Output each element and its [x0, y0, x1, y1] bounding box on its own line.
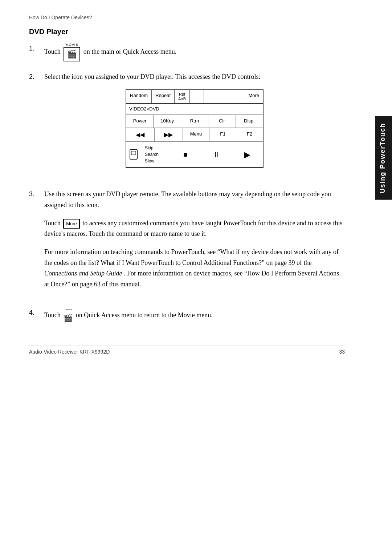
- remote-btn-10key: 10Key: [154, 115, 181, 128]
- remote-btn-power: Power: [126, 115, 154, 128]
- remote-btn-more-top: More: [245, 90, 263, 103]
- remote-row-3: SkipSearchSlow ■ ⏸ ▶: [126, 142, 263, 167]
- movie-icon-box: [64, 47, 80, 61]
- list-item-1: 1. Touch MOVIE on the main or Quick Acce…: [29, 43, 345, 61]
- item3-para3-before: For more information on teaching command…: [44, 248, 339, 266]
- list-item-2: 2. Select the icon you assigned to your …: [29, 72, 345, 179]
- list-item-3: 3. Use this screen as your DVD player re…: [29, 189, 345, 297]
- item3-touch-label: Touch: [44, 219, 61, 227]
- section-title: DVD Player: [29, 28, 345, 36]
- list-number-2: 2.: [29, 72, 39, 82]
- remote-top-bar: Random Repeat RptA>B More: [126, 90, 263, 104]
- item1-text-before: Touch: [44, 48, 61, 55]
- footer-left: Audio-Video Receiver KRF-X9992D: [29, 349, 110, 355]
- remote-btn-blank: [190, 90, 204, 103]
- remote-btn-menu: Menu: [183, 128, 210, 142]
- remote-btn-rtrn: Rtrn: [181, 115, 208, 128]
- remote-row-1: Power 10Key Rtrn Clr Disp.: [126, 115, 263, 128]
- list-content-1: Touch MOVIE on the main or Quick Access …: [44, 43, 345, 61]
- movie-icon-1: MOVIE: [64, 43, 80, 61]
- remote-btn-stop: ■: [170, 142, 201, 167]
- remote-main-panel: SkipSearchSlow ■ ⏸ ▶: [141, 142, 263, 167]
- item4-text-after: on Quick Access menu to return to the Mo…: [76, 311, 213, 318]
- item3-para2: Touch More to access any customized comm…: [44, 218, 345, 239]
- dvd-remote-diagram: Random Repeat RptA>B More VIDEO2>DVD Pow…: [126, 89, 264, 168]
- svg-rect-1: [131, 151, 136, 155]
- remote-btn-f2: F2: [236, 128, 263, 142]
- item3-para2-after: to access any customized commands you ha…: [44, 219, 342, 238]
- list-number-3: 3.: [29, 189, 39, 297]
- remote-label: VIDEO2>DVD: [126, 104, 263, 115]
- remote-row-3-inner: SkipSearchSlow ■ ⏸ ▶: [141, 142, 263, 167]
- more-button-inline[interactable]: More: [63, 219, 80, 229]
- remote-btn-pause: ⏸: [201, 142, 232, 167]
- item2-text: Select the icon you assigned to your DVD…: [44, 73, 261, 80]
- list-number-1: 1.: [29, 43, 39, 54]
- remote-btn-next: ▶▶: [155, 128, 183, 142]
- remote-btn-rpt-ab: RptA>B: [175, 90, 190, 103]
- list-item-4: 4. Touch movie 🎬 on Quick Access menu to…: [29, 307, 345, 324]
- remote-btn-skip-search-slow: SkipSearchSlow: [141, 142, 170, 167]
- remote-btn-clr: Clr: [208, 115, 236, 128]
- remote-btn-repeat: Repeat: [152, 90, 175, 103]
- item1-text-after: on the main or Quick Access menu.: [83, 48, 176, 55]
- footer-right: 33: [339, 349, 345, 355]
- remote-row-2: ◀◀ ▶▶ Menu F1 F2: [126, 128, 263, 142]
- list-number-4: 4.: [29, 307, 39, 318]
- item3-italic: Connections and Setup Guide: [44, 270, 122, 277]
- list-content-4: Touch movie 🎬 on Quick Access menu to re…: [44, 307, 345, 324]
- list-content-3: Use this screen as your DVD player remot…: [44, 189, 345, 297]
- remote-btn-f1: F1: [209, 128, 236, 142]
- footer: Audio-Video Receiver KRF-X9992D 33: [29, 346, 345, 355]
- small-movie-icon: movie 🎬: [64, 307, 73, 324]
- remote-btn-play: ▶: [232, 142, 263, 167]
- remote-btn-prev: ◀◀: [126, 128, 155, 142]
- vertical-tab: Using PowerTouch: [375, 116, 392, 200]
- breadcrumb: How Do I Operate Devices?: [29, 15, 345, 20]
- list-content-2: Select the icon you assigned to your DVD…: [44, 72, 345, 179]
- remote-left-icon: [126, 142, 141, 167]
- remote-btn-disp: Disp.: [236, 115, 263, 128]
- small-movie-label: movie: [64, 307, 73, 312]
- item3-para1: Use this screen as your DVD player remot…: [44, 189, 345, 210]
- main-list: 1. Touch MOVIE on the main or Quick Acce…: [29, 43, 345, 324]
- item3-para3: For more information on teaching command…: [44, 247, 345, 290]
- movie-icon-label: MOVIE: [64, 43, 80, 47]
- remote-btn-random: Random: [126, 90, 152, 103]
- item4-text-before: Touch: [44, 311, 61, 318]
